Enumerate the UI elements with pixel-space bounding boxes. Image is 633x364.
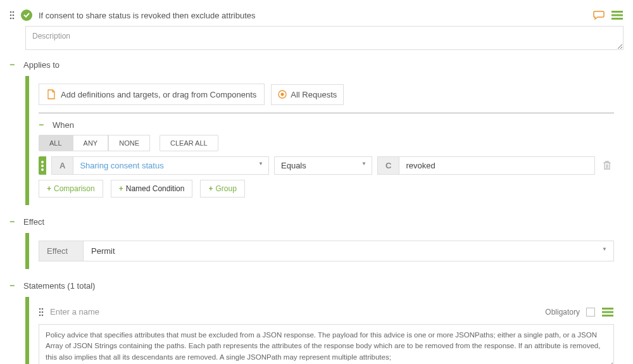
svg-rect-18 <box>602 311 613 313</box>
collapse-icon[interactable]: − <box>9 60 17 70</box>
description-input[interactable]: Description <box>25 26 624 50</box>
effect-header[interactable]: − Effect <box>9 217 624 227</box>
add-comparison-button[interactable]: +Comparison <box>39 180 103 198</box>
svg-point-12 <box>42 308 44 310</box>
collapse-icon[interactable]: − <box>9 280 17 291</box>
statement-description[interactable]: Policy advice that specifies attributes … <box>39 324 614 364</box>
svg-rect-8 <box>611 18 623 20</box>
svg-point-15 <box>39 314 41 316</box>
effect-section-label: Effect <box>23 217 44 227</box>
drag-handle-icon[interactable] <box>39 156 46 175</box>
menu-icon[interactable] <box>601 307 614 317</box>
applies-to-header[interactable]: − Applies to <box>9 60 624 70</box>
svg-point-10 <box>281 93 284 96</box>
obligatory-checkbox[interactable] <box>586 308 595 317</box>
trash-icon[interactable] <box>600 156 614 175</box>
obligatory-label: Obligatory <box>545 308 580 317</box>
menu-icon[interactable] <box>611 10 624 20</box>
add-group-button[interactable]: +Group <box>200 180 244 198</box>
svg-point-11 <box>39 308 41 310</box>
statement-header: Enter a name Obligatory <box>39 304 614 319</box>
value-input[interactable]: C revoked <box>377 156 595 175</box>
document-icon <box>47 89 56 99</box>
rule-title[interactable]: If consent to share status is revoked th… <box>39 11 587 20</box>
attribute-name[interactable]: Sharing consent status <box>73 157 253 174</box>
attribute-selector[interactable]: A Sharing consent status ▼ <box>51 156 269 175</box>
chevron-down-icon[interactable]: ▼ <box>596 241 613 261</box>
svg-rect-6 <box>611 11 623 13</box>
chevron-down-icon[interactable]: ▼ <box>253 157 268 174</box>
effect-label: Effect <box>39 241 84 261</box>
svg-point-0 <box>10 11 12 13</box>
all-requests-label: All Requests <box>291 90 337 99</box>
effect-selector[interactable]: Effect Permit ▼ <box>39 241 614 261</box>
svg-point-16 <box>42 314 44 316</box>
rule-header: If consent to share status is revoked th… <box>9 9 624 21</box>
svg-rect-17 <box>602 308 613 310</box>
all-requests-button[interactable]: All Requests <box>271 84 344 105</box>
svg-point-3 <box>13 15 15 16</box>
logic-all-button[interactable]: ALL <box>39 135 73 151</box>
chevron-down-icon[interactable]: ▼ <box>356 157 372 174</box>
value-text[interactable]: revoked <box>399 157 594 174</box>
statements-section-label: Statements (1 total) <box>23 281 95 291</box>
collapse-icon[interactable]: − <box>9 217 17 227</box>
statements-body: Enter a name Obligatory Policy advice th… <box>25 297 624 364</box>
target-icon <box>278 90 287 99</box>
svg-point-4 <box>10 18 12 20</box>
value-tag: C <box>378 157 399 174</box>
attribute-tag: A <box>52 157 73 174</box>
svg-point-14 <box>42 311 44 313</box>
svg-point-2 <box>10 15 12 16</box>
svg-point-5 <box>13 18 15 20</box>
logic-any-button[interactable]: ANY <box>73 135 109 151</box>
statements-header[interactable]: − Statements (1 total) <box>9 280 624 291</box>
when-header[interactable]: − When <box>39 120 614 130</box>
drag-handle-icon[interactable] <box>9 10 15 20</box>
logic-buttons: ALL ANY NONE CLEAR ALL <box>39 135 614 151</box>
operator-name: Equals <box>275 157 356 174</box>
logic-clear-button[interactable]: CLEAR ALL <box>160 135 218 151</box>
add-definitions-label: Add definitions and targets, or drag fro… <box>61 90 256 99</box>
comment-icon[interactable] <box>593 9 605 21</box>
collapse-icon[interactable]: − <box>39 120 46 130</box>
condition-row: A Sharing consent status ▼ Equals ▼ C re… <box>39 156 614 175</box>
effect-body: Effect Permit ▼ <box>25 233 624 269</box>
applies-to-label: Applies to <box>23 60 60 70</box>
svg-point-13 <box>39 311 41 313</box>
statement-name-input[interactable]: Enter a name <box>50 304 539 319</box>
add-definitions-button[interactable]: Add definitions and targets, or drag fro… <box>39 84 265 105</box>
drag-handle-icon[interactable] <box>39 307 44 317</box>
add-named-condition-button[interactable]: +Named Condition <box>111 180 193 198</box>
definitions-row: Add definitions and targets, or drag fro… <box>39 84 614 113</box>
svg-point-1 <box>13 11 15 13</box>
svg-rect-7 <box>611 15 623 16</box>
add-buttons-row: +Comparison +Named Condition +Group <box>39 180 614 198</box>
check-icon <box>21 9 32 21</box>
when-label: When <box>53 120 74 130</box>
effect-value: Permit <box>84 241 596 261</box>
svg-rect-19 <box>602 315 613 317</box>
operator-selector[interactable]: Equals ▼ <box>274 156 372 175</box>
applies-to-body: Add definitions and targets, or drag fro… <box>25 76 624 205</box>
logic-none-button[interactable]: NONE <box>108 135 150 151</box>
